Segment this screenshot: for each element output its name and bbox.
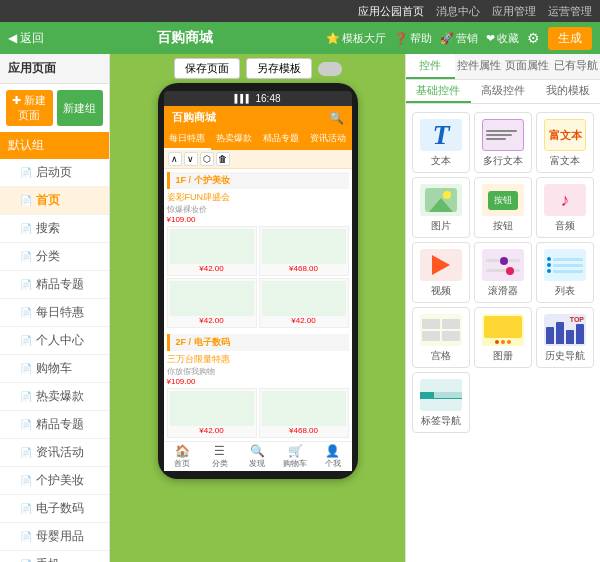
bottom-nav-discover[interactable]: 🔍 发现 (239, 444, 277, 469)
save-template-button[interactable]: 另存模板 (246, 58, 312, 79)
nav-item-template[interactable]: ⭐ 模板大厅 (326, 31, 386, 46)
sub-tab-basic[interactable]: 基础控件 (406, 80, 471, 103)
right-tab-page-props[interactable]: 页面属性 (503, 54, 552, 79)
sidebar-item-electronics[interactable]: 📄 电子数码 (0, 495, 109, 523)
sidebar-item-cart[interactable]: 📄 购物车 (0, 355, 109, 383)
nav-up[interactable]: ∧ (168, 152, 182, 166)
nav-item-favorites[interactable]: ❤ 收藏 (486, 31, 519, 46)
sidebar-item-home-label: 首页 (36, 192, 60, 209)
widget-audio[interactable]: ♪ 音频 (536, 177, 594, 238)
page-icon: 📄 (20, 195, 32, 206)
sidebar-item-hot[interactable]: 📄 热卖爆款 (0, 383, 109, 411)
page-icon: 📄 (20, 363, 32, 374)
discover-icon: 🔍 (239, 444, 277, 458)
nav-down[interactable]: ∨ (184, 152, 198, 166)
sub-tab-my-templates[interactable]: 我的模板 (535, 80, 600, 103)
widget-button[interactable]: 按钮 按钮 (474, 177, 532, 238)
phone-tab-hot[interactable]: 热卖爆款 (211, 129, 258, 150)
right-tab-widgets[interactable]: 控件 (406, 54, 455, 79)
sidebar-item-home[interactable]: 📄 首页 (0, 187, 109, 215)
widget-image-label: 图片 (431, 219, 451, 233)
tab-nav-tab (434, 392, 448, 398)
widget-list[interactable]: 列表 (536, 242, 594, 303)
sidebar-item-news[interactable]: 📄 资讯活动 (0, 439, 109, 467)
new-page-button[interactable]: ✚ 新建页面 (6, 90, 53, 126)
search-icon[interactable]: 🔍 (329, 111, 344, 125)
bottom-nav-cart[interactable]: 🛒 购物车 (276, 444, 314, 469)
sidebar-item-beauty[interactable]: 📄 个护美妆 (0, 467, 109, 495)
sidebar-item-featured[interactable]: 📄 精品专题 (0, 271, 109, 299)
top-nav-item-ops[interactable]: 运营管理 (548, 4, 592, 19)
multitext-lines-icon (486, 130, 520, 140)
sidebar-item-phones[interactable]: 📄 手机 (0, 551, 109, 562)
back-button[interactable]: ◀ 返回 (8, 30, 44, 47)
nav-copy[interactable]: ⬡ (200, 152, 214, 166)
second-nav-items: ⭐ 模板大厅 ❓ 帮助 🚀 营销 ❤ 收藏 ⚙ (326, 30, 540, 46)
top-nav-item-app-manage[interactable]: 应用管理 (492, 4, 536, 19)
page-icon: 📄 (20, 279, 32, 290)
slider-widget-icon (482, 249, 524, 281)
new-group-button[interactable]: 新建组 (57, 90, 104, 126)
sidebar-item-personal[interactable]: 📄 个人中心 (0, 327, 109, 355)
product-item[interactable]: ¥42.00 (167, 278, 257, 328)
phone-tab-news[interactable]: 资讯活动 (305, 129, 352, 150)
widget-slider[interactable]: 滚滑器 (474, 242, 532, 303)
tab-nav-tab (420, 392, 434, 398)
widget-history[interactable]: TOP 历史导航 (536, 307, 594, 368)
top-nav-item-park[interactable]: 应用公园首页 (358, 4, 424, 19)
widget-richtext[interactable]: 富文本 富文本 (536, 112, 594, 173)
bottom-nav-home[interactable]: 🏠 首页 (164, 444, 202, 469)
nav-item-marketing[interactable]: 🚀 营销 (440, 31, 478, 46)
sidebar-item-launch[interactable]: 📄 启动页 (0, 159, 109, 187)
slider-dot2 (506, 267, 514, 275)
product-item[interactable]: ¥42.00 (167, 388, 257, 438)
sidebar-item-category[interactable]: 📄 分类 (0, 243, 109, 271)
list-bar (553, 264, 583, 267)
sidebar-item-premium[interactable]: 📄 精品专题 (0, 411, 109, 439)
sidebar-default-group[interactable]: 默认组 (0, 132, 109, 159)
phone-tab-daily[interactable]: 每日特惠 (164, 129, 211, 150)
top-nav-item-message[interactable]: 消息中心 (436, 4, 480, 19)
widget-text[interactable]: T 文本 (412, 112, 470, 173)
gallery-icon-content (482, 314, 524, 346)
sidebar-title: 应用页面 (0, 54, 109, 84)
sub-tab-advanced[interactable]: 高级控件 (471, 80, 536, 103)
right-tab-widget-props[interactable]: 控件属性 (455, 54, 504, 79)
product-item[interactable]: ¥468.00 (259, 226, 349, 276)
widget-grid: T 文本 多行文本 富文本 富文本 (406, 104, 600, 441)
widget-image[interactable]: 图片 (412, 177, 470, 238)
sidebar-item-daily[interactable]: 📄 每日特惠 (0, 299, 109, 327)
settings-icon[interactable]: ⚙ (527, 30, 540, 46)
star-icon: ⭐ (326, 32, 340, 45)
nav-item-help[interactable]: ❓ 帮助 (394, 31, 432, 46)
widget-multitext[interactable]: 多行文本 (474, 112, 532, 173)
bottom-nav-category[interactable]: ☰ 分类 (201, 444, 239, 469)
sidebar-item-baby[interactable]: 📄 母婴用品 (0, 523, 109, 551)
widget-gallery[interactable]: 图册 (474, 307, 532, 368)
widget-video[interactable]: 视频 (412, 242, 470, 303)
list-dot (547, 257, 551, 261)
nav-delete[interactable]: 🗑 (216, 152, 230, 166)
bottom-nav-profile[interactable]: 👤 个我 (314, 444, 352, 469)
sidebar-item-phones-label: 手机 (36, 556, 60, 562)
page-icon: 📄 (20, 251, 32, 262)
product-item[interactable]: ¥42.00 (167, 226, 257, 276)
grid-cell (422, 331, 440, 341)
save-page-button[interactable]: 保存页面 (174, 58, 240, 79)
widget-video-label: 视频 (431, 284, 451, 298)
music-note-icon: ♪ (561, 190, 570, 211)
main-layout: 应用页面 ✚ 新建页面 新建组 默认组 📄 启动页 📄 首页 📄 搜索 📄 分类… (0, 54, 600, 562)
bottom-nav-home-label: 首页 (174, 459, 190, 468)
right-tab-nav[interactable]: 已有导航 (552, 54, 601, 79)
widget-tab-nav[interactable]: 标签导航 (412, 372, 470, 433)
widget-multitext-label: 多行文本 (483, 154, 523, 168)
sidebar-item-search[interactable]: 📄 搜索 (0, 215, 109, 243)
widget-grid-item[interactable]: 宫格 (412, 307, 470, 368)
product-item[interactable]: ¥468.00 (259, 388, 349, 438)
phone-tab-premium[interactable]: 精品专题 (258, 129, 305, 150)
widget-audio-label: 音频 (555, 219, 575, 233)
generate-button[interactable]: 生成 (548, 27, 592, 50)
preview-toggle[interactable] (318, 62, 342, 76)
profile-icon: 👤 (314, 444, 352, 458)
product-item[interactable]: ¥42.00 (259, 278, 349, 328)
